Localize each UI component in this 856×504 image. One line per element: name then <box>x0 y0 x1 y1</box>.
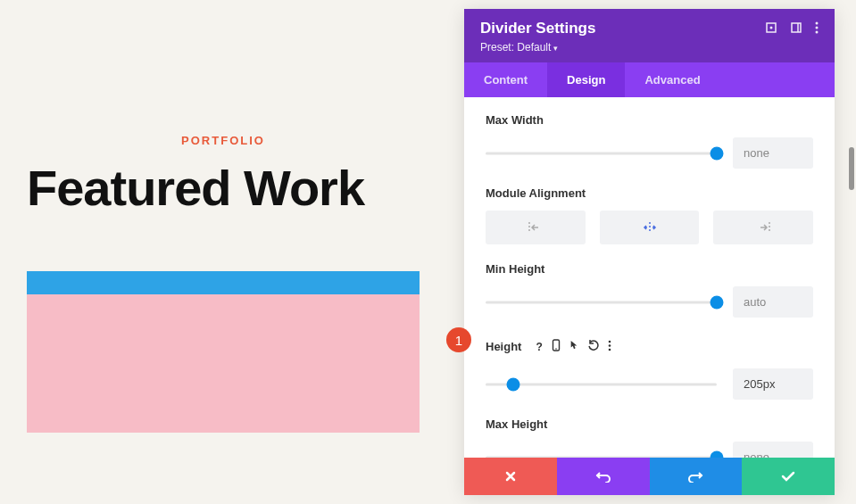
section-height: Height ? <box>486 335 813 400</box>
caret-down-icon: ▾ <box>553 44 558 53</box>
svg-point-13 <box>608 344 611 347</box>
height-value[interactable]: 205px <box>733 368 813 400</box>
panel-footer <box>464 458 835 495</box>
undo-button[interactable] <box>557 458 650 495</box>
help-icon[interactable]: ? <box>536 341 542 353</box>
min-height-slider[interactable] <box>486 292 717 313</box>
divider-module-selected[interactable] <box>27 271 420 294</box>
max-height-value[interactable]: none <box>733 442 813 458</box>
page-title: Featured Work <box>27 163 420 213</box>
max-height-slider[interactable] <box>486 447 717 459</box>
svg-point-11 <box>555 348 557 350</box>
section-max-width: Max Width none <box>486 113 813 169</box>
min-height-value[interactable]: auto <box>733 286 813 318</box>
tab-bar: Content Design Advanced <box>464 62 835 97</box>
tab-design[interactable]: Design <box>547 62 625 97</box>
svg-point-1 <box>770 26 773 29</box>
svg-point-12 <box>608 340 611 343</box>
tab-advanced[interactable]: Advanced <box>625 62 719 97</box>
eyebrow-text: PORTFOLIO <box>27 134 420 147</box>
tab-content[interactable]: Content <box>464 62 547 97</box>
save-button[interactable] <box>742 458 835 495</box>
cancel-button[interactable] <box>464 458 557 495</box>
svg-point-14 <box>608 348 611 351</box>
section-min-height: Min Height auto <box>486 262 813 318</box>
preset-label: Preset: Default <box>480 41 551 54</box>
height-label: Height <box>486 340 521 353</box>
panel-header: Divider Settings Preset: Default▾ <box>464 9 835 62</box>
expand-icon[interactable] <box>765 21 777 37</box>
max-height-label: Max Height <box>486 417 813 431</box>
panel-title: Divider Settings <box>480 20 595 37</box>
min-height-label: Min Height <box>486 262 813 276</box>
max-width-label: Max Width <box>486 113 813 127</box>
annotation-badge-1: 1 <box>446 327 471 352</box>
svg-point-6 <box>816 30 819 33</box>
max-width-slider[interactable] <box>486 143 717 164</box>
align-right-button[interactable] <box>713 211 813 244</box>
align-center-button[interactable] <box>600 211 700 244</box>
page-preview: PORTFOLIO Featured Work <box>0 0 446 504</box>
svg-point-5 <box>816 26 819 29</box>
height-slider[interactable] <box>486 374 717 395</box>
svg-rect-2 <box>792 23 801 32</box>
hover-icon[interactable] <box>569 339 578 354</box>
reset-icon[interactable] <box>587 340 599 354</box>
panel-body: Max Width none Module Alignment <box>464 97 835 458</box>
height-context-icons: ? <box>528 335 618 358</box>
max-width-value[interactable]: none <box>733 137 813 169</box>
alignment-label: Module Alignment <box>486 186 813 200</box>
kebab-menu-icon[interactable] <box>815 21 819 37</box>
section-alignment: Module Alignment <box>486 186 813 244</box>
preset-selector[interactable]: Preset: Default▾ <box>480 41 819 54</box>
tablet-icon[interactable] <box>552 339 561 354</box>
redo-button[interactable] <box>650 458 743 495</box>
section-max-height: Max Height none <box>486 417 813 458</box>
snap-icon[interactable] <box>790 21 802 37</box>
scrollbar[interactable] <box>849 147 854 190</box>
kebab-icon[interactable] <box>608 340 611 354</box>
align-left-button[interactable] <box>486 211 586 244</box>
divider-module-below[interactable] <box>27 294 420 433</box>
svg-point-4 <box>816 21 819 24</box>
settings-panel: Divider Settings Preset: Default▾ Conten… <box>464 9 835 495</box>
